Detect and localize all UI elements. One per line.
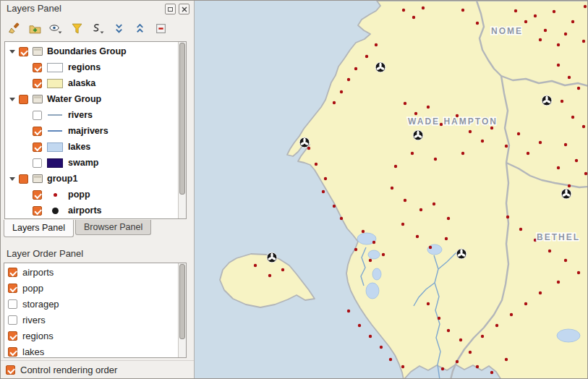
popp-point [372, 241, 375, 244]
order-item-regions[interactable]: regions [4, 328, 186, 344]
layer-label: lakes [22, 346, 44, 357]
filter-legend-button[interactable] [68, 20, 85, 37]
layer-order-rows: airportspoppstoragepriversregionslakes [4, 263, 186, 358]
collapse-all-button[interactable] [131, 20, 148, 37]
layer-checkbox[interactable] [19, 174, 28, 184]
popp-point [524, 20, 527, 23]
layer-order-scrollbar[interactable] [178, 263, 186, 357]
popp-point [333, 205, 336, 208]
order-item-airports[interactable]: airports [4, 264, 186, 280]
popp-point [429, 246, 432, 249]
group-item-boundaries-group[interactable]: Boundaries Group [8, 43, 186, 59]
add-group-button[interactable] [26, 20, 43, 37]
layer-item-popp[interactable]: popp [24, 187, 186, 203]
popp-point [315, 163, 318, 166]
layer-label: storagep [22, 299, 59, 310]
order-item-storagep[interactable]: storagep [4, 296, 186, 312]
popp-point [445, 237, 448, 240]
layer-checkbox[interactable] [19, 47, 28, 56]
map-label: BETHEL [537, 232, 580, 242]
popp-point [481, 140, 484, 142]
popp-point [582, 125, 585, 128]
layer-label: airports [68, 205, 102, 216]
layer-checkbox[interactable] [33, 142, 42, 152]
order-item-rivers[interactable]: rivers [4, 312, 186, 328]
layer-checkbox[interactable] [8, 347, 17, 357]
layer-item-rivers[interactable]: rivers [24, 107, 186, 123]
lake [372, 268, 381, 280]
scrollbar-thumb[interactable] [179, 264, 185, 339]
layer-item-swamp[interactable]: swamp [24, 155, 186, 171]
layer-item-regions[interactable]: regions [24, 59, 186, 75]
popp-point [548, 250, 551, 252]
filter-expression-icon [91, 22, 104, 35]
layer-styling-icon [8, 22, 20, 35]
layer-checkbox[interactable] [33, 190, 42, 200]
layer-styling-button[interactable] [5, 20, 22, 37]
control-rendering-order-checkbox[interactable] [6, 365, 15, 375]
layer-checkbox[interactable] [33, 206, 42, 216]
popp-point [354, 67, 357, 70]
group-icon [33, 95, 43, 103]
layer-checkbox[interactable] [8, 284, 17, 293]
layer-item-lakes[interactable]: lakes [24, 139, 186, 155]
popp-point [433, 203, 435, 205]
popp-point [447, 217, 450, 220]
group-icon [33, 47, 43, 56]
expand-all-button[interactable] [110, 20, 127, 37]
popp-point [557, 43, 560, 46]
popp-point [389, 358, 392, 361]
expander-icon[interactable] [9, 98, 15, 101]
layer-checkbox[interactable] [33, 63, 42, 72]
layer-label: lakes [68, 142, 90, 152]
expander-icon[interactable] [9, 50, 15, 54]
group-item-water-group[interactable]: Water Group [8, 91, 186, 107]
layer-swatch-alaska [47, 79, 63, 88]
close-icon [182, 7, 187, 12]
layers-tree-scrollbar[interactable] [178, 42, 186, 218]
order-item-popp[interactable]: popp [4, 280, 186, 296]
popp-point [419, 208, 422, 211]
layer-swatch-point-red [47, 190, 63, 200]
collapse-all-icon [134, 22, 146, 35]
layer-checkbox[interactable] [33, 127, 42, 136]
layer-checkbox[interactable] [19, 95, 28, 104]
group-item-group1[interactable]: group1 [8, 171, 186, 187]
layer-swatch-line-gray [47, 111, 63, 120]
filter-expression-button[interactable] [89, 20, 106, 37]
layer-checkbox[interactable] [8, 268, 17, 277]
layer-checkbox[interactable] [8, 299, 17, 309]
popp-point [411, 152, 414, 155]
popp-point [481, 335, 484, 338]
undock-button[interactable] [165, 4, 176, 14]
layer-item-alaska[interactable]: alaska [24, 75, 186, 91]
close-button[interactable] [179, 4, 189, 14]
order-item-lakes[interactable]: lakes [4, 344, 186, 358]
layer-checkbox[interactable] [33, 158, 42, 168]
layer-label: Boundaries Group [47, 46, 127, 56]
airport-symbol [375, 62, 385, 72]
layer-checkbox[interactable] [8, 331, 17, 341]
layer-checkbox[interactable] [33, 79, 42, 88]
map-canvas[interactable]: NOMEWADE HAMPTONBETHEL [195, 1, 588, 379]
layer-checkbox[interactable] [8, 315, 17, 325]
popp-point [404, 102, 406, 105]
manage-themes-button[interactable] [47, 20, 64, 37]
scrollbar-thumb[interactable] [179, 43, 185, 195]
popp-point [476, 365, 479, 368]
layer-checkbox[interactable] [33, 111, 42, 120]
remove-layer-button[interactable] [152, 20, 169, 37]
tab-layers-panel[interactable]: Layers Panel [4, 220, 74, 237]
popp-point [527, 152, 529, 155]
layer-label: regions [68, 62, 101, 72]
airport-symbol [267, 252, 277, 263]
layer-label: group1 [47, 174, 77, 184]
filter-legend-icon [71, 22, 83, 35]
popp-point [557, 281, 560, 284]
layer-item-airports[interactable]: airports [24, 203, 186, 218]
layer-order-panel-title: Layer Order Panel [7, 248, 83, 259]
popp-point [571, 20, 574, 23]
tab-browser-panel[interactable]: Browser Panel [75, 220, 151, 235]
layer-item-majrivers[interactable]: majrivers [24, 123, 186, 139]
expander-icon[interactable] [9, 177, 15, 181]
